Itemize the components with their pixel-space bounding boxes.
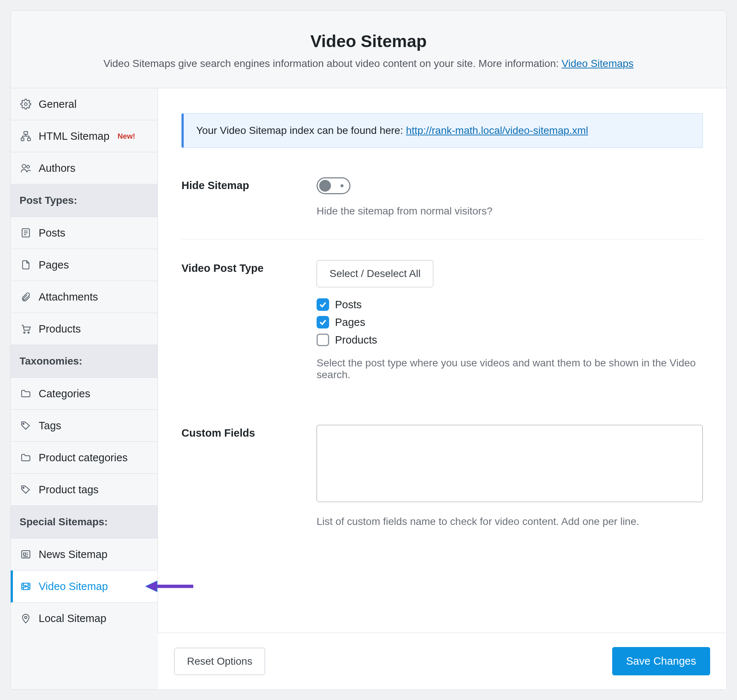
- sidebar-item-html-sitemap[interactable]: HTML Sitemap New!: [11, 120, 158, 152]
- svg-rect-1: [24, 132, 28, 135]
- checkbox-posts[interactable]: Posts: [317, 298, 703, 311]
- custom-fields-textarea[interactable]: [317, 425, 703, 502]
- svg-point-8: [28, 332, 29, 333]
- checkbox-unchecked-icon: [317, 334, 329, 346]
- reset-options-button[interactable]: Reset Options: [174, 648, 265, 675]
- svg-marker-14: [145, 581, 157, 592]
- sidebar-item-label: Video Sitemap: [39, 581, 108, 593]
- sidebar-section-taxonomies: Taxonomies:: [11, 345, 158, 378]
- sitemap-url-notice: Your Video Sitemap index can be found he…: [181, 113, 703, 148]
- video-icon: [19, 580, 32, 593]
- sidebar-item-video-sitemap[interactable]: Video Sitemap: [11, 571, 158, 603]
- post-icon: [19, 226, 32, 239]
- svg-point-5: [27, 166, 30, 169]
- save-changes-button[interactable]: Save Changes: [612, 647, 710, 675]
- cart-icon: [19, 323, 32, 335]
- sidebar-section-special: Special Sitemaps:: [11, 506, 158, 538]
- sidebar-section-posttypes: Post Types:: [11, 184, 158, 217]
- svg-point-9: [23, 423, 24, 424]
- sidebar-item-label: General: [39, 98, 77, 110]
- tag-icon: [19, 419, 32, 432]
- sidebar-item-pages[interactable]: Pages: [11, 249, 158, 281]
- sidebar-item-authors[interactable]: Authors: [11, 152, 158, 184]
- settings-panel: Video Sitemap Video Sitemaps give search…: [10, 10, 727, 690]
- users-icon: [19, 162, 32, 174]
- sidebar-item-label: Local Sitemap: [39, 612, 106, 625]
- svg-point-15: [25, 616, 27, 618]
- sidebar-item-label: Product tags: [39, 484, 99, 496]
- sidebar-item-general[interactable]: General: [11, 88, 158, 120]
- sidebar-item-products[interactable]: Products: [11, 313, 158, 345]
- setting-label: Custom Fields: [181, 425, 312, 528]
- setting-hide-sitemap: Hide Sitemap Hide the sitemap from norma…: [181, 177, 703, 240]
- folder-icon: [19, 451, 32, 464]
- checkbox-products[interactable]: Products: [317, 334, 703, 346]
- sidebar-item-label: Products: [39, 323, 81, 335]
- news-icon: [19, 548, 32, 560]
- panel-header: Video Sitemap Video Sitemaps give search…: [11, 11, 726, 88]
- sidebar-item-tags[interactable]: Tags: [11, 410, 158, 442]
- page-subtitle: Video Sitemaps give search engines infor…: [25, 58, 712, 69]
- svg-rect-12: [22, 583, 30, 590]
- settings-content: Your Video Sitemap index can be found he…: [158, 88, 726, 633]
- select-deselect-all-button[interactable]: Select / Deselect All: [317, 260, 433, 287]
- sitemap-icon: [19, 130, 32, 143]
- checkbox-label: Pages: [335, 316, 365, 328]
- checkbox-checked-icon: [317, 298, 329, 311]
- sidebar-item-label: Product categories: [39, 452, 128, 464]
- svg-rect-3: [28, 138, 31, 141]
- sidebar-item-product-tags[interactable]: Product tags: [11, 474, 158, 506]
- checkbox-checked-icon: [317, 316, 329, 328]
- sidebar-item-product-categories[interactable]: Product categories: [11, 442, 158, 474]
- panel-footer: Reset Options Save Changes: [158, 633, 726, 689]
- sidebar-item-label: News Sitemap: [39, 549, 108, 560]
- sidebar-item-label: Attachments: [39, 291, 98, 303]
- setting-help: Select the post type where you use video…: [317, 357, 703, 381]
- page-icon: [19, 259, 32, 271]
- new-badge: New!: [118, 132, 135, 141]
- setting-help: List of custom fields name to check for …: [317, 516, 703, 528]
- checkbox-pages[interactable]: Pages: [317, 316, 703, 328]
- sidebar-item-label: Tags: [39, 420, 61, 432]
- page-title: Video Sitemap: [25, 31, 712, 51]
- svg-point-4: [22, 165, 26, 168]
- paperclip-icon: [19, 291, 32, 303]
- sidebar-item-categories[interactable]: Categories: [11, 378, 158, 410]
- sidebar-item-label: Pages: [39, 259, 69, 271]
- hide-sitemap-toggle[interactable]: [317, 177, 351, 194]
- settings-sidebar: General HTML Sitemap New! Authors Post T…: [11, 88, 158, 634]
- setting-custom-fields: Custom Fields List of custom fields name…: [181, 425, 703, 550]
- svg-point-7: [24, 332, 25, 333]
- sidebar-item-attachments[interactable]: Attachments: [11, 281, 158, 313]
- pin-icon: [19, 612, 32, 625]
- svg-rect-2: [21, 138, 24, 141]
- sidebar-item-posts[interactable]: Posts: [11, 217, 158, 249]
- sidebar-item-label: Posts: [39, 227, 66, 239]
- setting-label: Hide Sitemap: [181, 177, 312, 217]
- sidebar-item-news-sitemap[interactable]: News Sitemap: [11, 538, 158, 571]
- video-sitemaps-doc-link[interactable]: Video Sitemaps: [562, 58, 634, 69]
- sidebar-item-local-sitemap[interactable]: Local Sitemap: [11, 603, 158, 634]
- setting-help: Hide the sitemap from normal visitors?: [317, 205, 703, 217]
- sidebar-item-label: Categories: [39, 388, 90, 400]
- folder-icon: [19, 387, 32, 400]
- setting-video-post-type: Video Post Type Select / Deselect All Po…: [181, 260, 703, 403]
- sidebar-item-label: Authors: [39, 162, 75, 174]
- setting-label: Video Post Type: [181, 260, 312, 381]
- sidebar-item-label: HTML Sitemap: [39, 130, 109, 143]
- tag-icon: [19, 483, 32, 496]
- svg-point-0: [24, 103, 27, 106]
- svg-point-10: [23, 487, 24, 488]
- checkbox-label: Posts: [335, 299, 362, 311]
- checkbox-label: Products: [335, 334, 377, 346]
- gear-icon: [19, 98, 32, 110]
- sitemap-url-link[interactable]: http://rank-math.local/video-sitemap.xml: [406, 125, 588, 136]
